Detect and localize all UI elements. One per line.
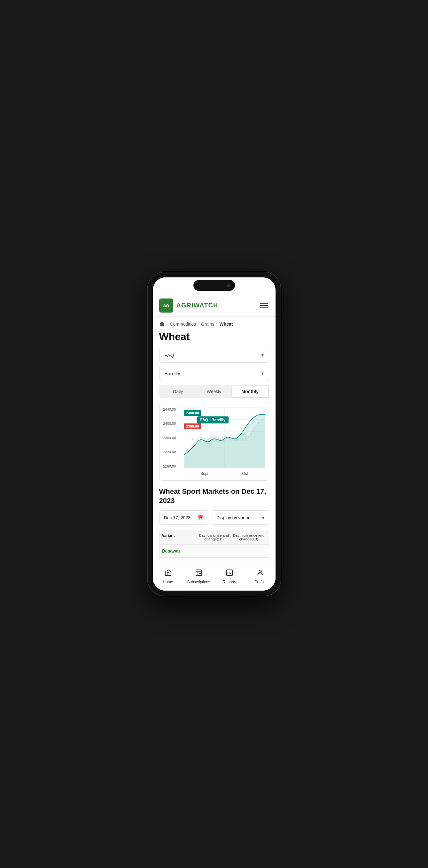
y-label-1: 2400.00 (163, 422, 183, 425)
home-nav-label: Home (163, 580, 173, 584)
nav-item-home[interactable]: Home (153, 567, 183, 586)
variant-name: Desawar (162, 549, 197, 554)
spot-title-static: Wheat Sport Markets on (159, 487, 242, 495)
nav-item-subscriptions[interactable]: Subscriptions (183, 567, 214, 586)
app-content: AW AGRIWATCH › Commodities › Grains (153, 293, 276, 591)
breadcrumb: › Commodities › Grains › Wheat (153, 317, 276, 330)
x-axis-labels: Sept Oct (184, 469, 265, 478)
subscriptions-nav-label: Subscriptions (187, 580, 210, 584)
location-label: Bareilly (164, 371, 180, 376)
nav-item-profile[interactable]: Profile (245, 567, 276, 586)
status-bar (153, 277, 276, 293)
y-axis-labels: 2440.00 2400.00 2360.00 2320.00 2280.00 (163, 407, 183, 468)
nav-item-reports[interactable]: Reports (214, 567, 245, 586)
app-header: AW AGRIWATCH (153, 293, 276, 317)
notch (193, 280, 235, 291)
chart-svg-wrapper: FAQ price in Bareilly – Agriwatch 2400.0… (184, 407, 265, 468)
y-label-4: 2280.00 (163, 464, 183, 468)
logo-area: AW AGRIWATCH (159, 299, 218, 313)
tab-weekly[interactable]: Weekly (196, 386, 232, 397)
header-col2: Day high price and change(1D) (232, 533, 266, 541)
svg-rect-10 (196, 570, 202, 576)
profile-nav-label: Profile (254, 580, 265, 584)
faq-select[interactable]: FAQ ▾ (159, 348, 269, 363)
y-label-0: 2440.00 (163, 407, 183, 411)
x-label-oct: Oct (242, 471, 248, 476)
svg-text:FAQ price in Bareilly – Agriwa: FAQ price in Bareilly – Agriwatch (192, 437, 247, 442)
chart-area: 2440.00 2400.00 2360.00 2320.00 2280.00 (163, 407, 265, 478)
logo-box: AW (159, 299, 173, 313)
breadcrumb-grains[interactable]: Grains (201, 321, 214, 327)
spot-markets-section: Wheat Sport Markets on Dec 17, 2023 Dec … (153, 487, 276, 558)
period-tabs: Daily Weekly Monthly (159, 385, 269, 398)
home-icon[interactable] (159, 321, 165, 327)
spot-markets-title: Wheat Sport Markets on Dec 17, 2023 (159, 487, 269, 505)
reports-nav-label: Reports (222, 580, 236, 584)
variant-chevron-icon: ▾ (262, 515, 264, 520)
spot-controls: Dec 17, 2023 📅 Display by variant ▾ (159, 510, 269, 525)
svg-point-12 (259, 570, 262, 573)
reports-nav-icon (226, 569, 233, 579)
location-select[interactable]: Bareilly ▾ (159, 366, 269, 381)
price-chart: 2440.00 2400.00 2360.00 2320.00 2280.00 (159, 402, 269, 480)
breadcrumb-commodities[interactable]: Commodities (170, 321, 196, 327)
home-nav-icon (164, 569, 172, 579)
page-title: Wheat (153, 330, 276, 348)
camera-dot (226, 283, 231, 287)
tab-monthly[interactable]: Monthly (232, 386, 268, 397)
breadcrumb-wheat: Wheat (219, 321, 233, 327)
y-label-2: 2360.00 (163, 436, 183, 440)
header-col1: Day low price and change(1D) (196, 533, 232, 541)
bottom-nav: Home Subscriptions (153, 564, 276, 591)
header-variant: Variant (162, 533, 197, 541)
subscriptions-nav-icon (195, 569, 203, 579)
display-by-label: Display by variant (216, 515, 252, 520)
hamburger-menu[interactable] (259, 302, 269, 309)
location-chevron-icon: ▾ (262, 371, 264, 376)
table-header: Variant Day low price and change(1D) Day… (159, 530, 269, 545)
faq-chevron-icon: ▾ (262, 352, 264, 358)
date-picker[interactable]: Dec 17, 2023 📅 (159, 510, 209, 525)
display-by-variant-select[interactable]: Display by variant ▾ (212, 510, 269, 525)
logo-text: AGRIWATCH (177, 302, 218, 309)
date-value: Dec 17, 2023 (164, 515, 190, 520)
table-row: Desawar (159, 545, 269, 558)
calendar-icon: 📅 (197, 515, 204, 521)
logo-initials: AW (163, 303, 169, 308)
tab-daily[interactable]: Daily (160, 386, 196, 397)
profile-nav-icon (256, 569, 264, 579)
faq-label: FAQ (164, 352, 174, 358)
x-label-sept: Sept (201, 471, 208, 476)
y-label-3: 2320.00 (163, 450, 183, 454)
